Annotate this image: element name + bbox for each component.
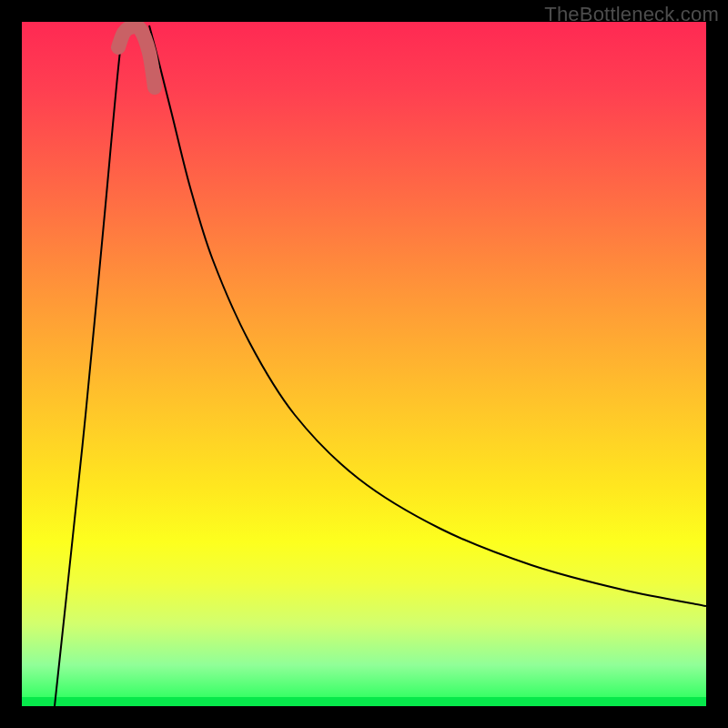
baseline-bar — [22, 697, 706, 706]
chart-frame: TheBottleneck.com — [0, 0, 728, 728]
plot-area — [22, 22, 706, 706]
chart-svg — [22, 22, 706, 706]
series-highlight-j — [118, 26, 155, 87]
series-group — [55, 25, 706, 706]
series-bottleneck-curve-left — [55, 25, 127, 706]
series-bottleneck-curve-right — [149, 25, 706, 606]
